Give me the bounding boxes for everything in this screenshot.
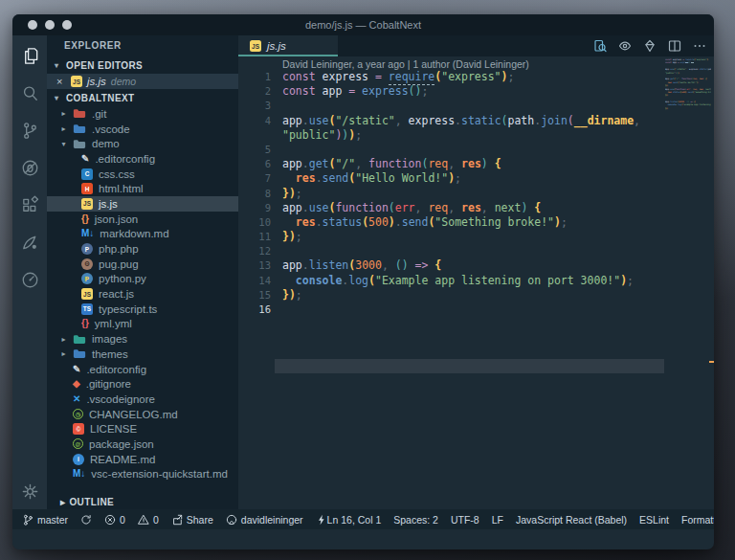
open-editor-item[interactable]: × JS js.js demo [47,74,238,89]
branch-icon [22,514,33,526]
line-number[interactable]: 15 [238,288,271,302]
status-bolt[interactable] [316,514,327,526]
tree-item--editorconfig[interactable]: ✎.editorconfig [47,151,238,167]
debug-icon[interactable] [19,157,40,178]
open-preview-icon[interactable] [593,39,607,53]
tree-item-markdown-md[interactable]: M↓markdown.md [47,227,238,242]
line-number[interactable]: 16 [238,302,271,317]
line-number[interactable]: 5 [238,143,271,157]
tree-item-package-json[interactable]: @package.json [47,437,238,452]
tree-item-typescript-ts[interactable]: TStypescript.ts [47,302,238,317]
line-number[interactable]: 13 [238,258,271,273]
tree-item-yml-yml[interactable]: {}yml.yml [47,317,238,332]
folder-icon [73,139,86,149]
tree-item-js-js[interactable]: JSjs.js [47,196,238,212]
code-text [663,110,665,113]
line-number[interactable]: 14 [238,274,271,288]
tree-item-demo[interactable]: ▾demo [47,136,238,151]
quill-icon[interactable] [19,232,40,253]
status-warning[interactable]: 0 [138,514,159,526]
gauge-icon[interactable] [19,269,40,290]
tree-item-pug-pug[interactable]: ʘpug.pug [47,257,238,272]
code-text: }); [271,187,302,201]
extensions-icon[interactable] [19,194,40,215]
chevron-right-icon[interactable]: ▸ [60,109,67,118]
file-label: LICENSE [90,423,137,435]
tree-item-css-css[interactable]: Ccss.css [47,167,238,182]
line-number[interactable] [238,128,271,143]
status-label: 0 [153,514,159,526]
status-utf-8[interactable]: UTF-8 [451,514,479,526]
file-label: js.js [99,198,118,210]
folder-icon [73,108,86,119]
status-label: 0 [120,514,125,526]
file-icon: © [73,423,84,435]
chevron-right-icon[interactable]: ▸ [60,335,67,344]
gitlens-icon[interactable] [618,39,632,53]
search-icon[interactable] [19,82,40,103]
tree-item-changelog-md[interactable]: ◷CHANGELOG.md [47,407,238,422]
file-label: php.php [99,243,139,255]
tree-item--editorconfig[interactable]: ✎.editorconfig [47,362,238,377]
line-number[interactable]: 11 [238,230,271,244]
warning-icon [138,514,149,526]
tree-item--git[interactable]: ▸.git [47,106,238,122]
split-editor-icon[interactable] [668,39,681,53]
overview-ruler-cursor-mark [709,361,714,363]
status-spaces-2[interactable]: Spaces: 2 [393,514,438,526]
open-editors-section-header[interactable]: ▾ OPEN EDITORS [47,56,238,74]
more-actions-icon[interactable] [693,39,706,53]
tree-item-vsc-extension-quickstart-md[interactable]: M↓vsc-extension-quickstart.md [47,467,238,482]
chevron-right-icon[interactable]: ▸ [60,124,67,133]
line-number[interactable]: 9 [238,201,271,215]
source-control-icon[interactable] [19,120,40,141]
minimap[interactable]: 1const express = require("express");2con… [663,58,711,118]
file-icon: i [73,454,84,465]
status-share[interactable]: Share [171,514,213,526]
tree-item-readme-md[interactable]: iREADME.md [47,452,238,467]
line-number[interactable]: 4 [238,114,271,128]
code-editor[interactable]: David Leininger, a year ago | 1 author (… [238,56,714,509]
explorer-icon[interactable] [19,45,40,66]
workspace-section-header[interactable]: ▾ COBALTNEXT [47,89,238,106]
line-number[interactable]: 3 [238,99,271,113]
line-number[interactable]: 12 [238,244,271,258]
line-number[interactable]: 1 [238,70,271,84]
code-text: "public"))); [271,128,362,143]
codelens-annotation[interactable]: David Leininger, a year ago | 1 author (… [238,56,714,70]
line-number[interactable]: 8 [238,187,271,201]
file-label: markdown.md [100,228,168,239]
status-eslint[interactable]: ESLint [639,514,669,526]
tab-jsjs[interactable]: JS js.js [238,35,338,56]
settings-gear-icon[interactable] [19,481,40,502]
outline-section-header[interactable]: ▸ OUTLINE [47,494,238,509]
tree-item--vscodeignore[interactable]: ✕.vscodeignore [47,392,238,407]
tree-item--vscode[interactable]: ▸.vscode [47,122,238,137]
tree-item-themes[interactable]: ▸themes [47,347,238,362]
status-github[interactable]: davidleininger [226,514,303,526]
line-number[interactable]: 2 [238,84,271,99]
tree-item-images[interactable]: ▸images [47,331,238,347]
tree-item-html-html[interactable]: Hhtml.html [47,181,238,196]
line-number[interactable]: 10 [238,215,271,230]
chevron-right-icon[interactable]: ▸ [60,349,67,358]
status-branch[interactable]: master [22,514,68,526]
tree-item-license[interactable]: ©LICENSE [47,421,238,437]
chevron-down-icon[interactable]: ▾ [60,140,67,148]
tree-item-json-json[interactable]: {}json.json [47,212,238,227]
gem-icon[interactable] [643,39,657,53]
status-error[interactable]: 0 [104,514,125,526]
tree-item-react-js[interactable]: JSreact.js [47,286,238,302]
status-formatting-[interactable]: Formatting: ✓ [681,514,714,526]
file-label: json.json [95,213,138,225]
line-number[interactable]: 6 [238,157,271,171]
status-ln-16-col-1[interactable]: Ln 16, Col 1 [327,514,382,526]
status-sync[interactable] [80,514,92,526]
status-lf[interactable]: LF [492,514,503,526]
status-javascript-react-babel-[interactable]: JavaScript React (Babel) [516,514,627,526]
tree-item-python-py[interactable]: Ppython.py [47,272,238,287]
tree-item--gitignore[interactable]: ◆.gitignore [47,376,238,392]
line-number[interactable]: 7 [238,171,271,186]
tree-item-php-php[interactable]: Pphp.php [47,241,238,257]
close-icon[interactable]: × [56,76,66,87]
